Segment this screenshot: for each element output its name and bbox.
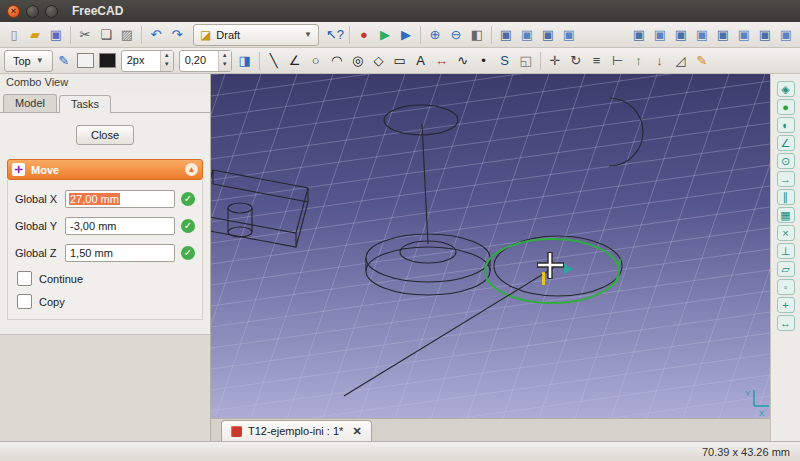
snap-midpoint-icon[interactable]: ◐ [777, 117, 795, 133]
std-view-rear-icon[interactable]: ▣ [734, 25, 754, 45]
undo-icon[interactable]: ↶ [146, 25, 166, 45]
checkbox-label: Continue [39, 273, 83, 285]
draft-trimex-icon[interactable]: ⊢ [608, 51, 628, 71]
redo-icon[interactable]: ↷ [167, 25, 187, 45]
zoom-fit-all-icon[interactable]: ⊕ [425, 25, 445, 45]
view-home-icon[interactable]: ▣ [629, 25, 649, 45]
macro-execute-icon[interactable]: ▶ [375, 25, 395, 45]
draw-style-icon[interactable]: ◧ [467, 25, 487, 45]
view-isometric-icon[interactable]: ▣ [496, 25, 516, 45]
snap-endpoint-icon[interactable]: ● [777, 99, 795, 115]
view-axonometric-icon[interactable]: ▣ [650, 25, 670, 45]
new-file-icon[interactable]: ▯ [4, 25, 24, 45]
apply-style-icon[interactable]: ◨ [235, 51, 255, 71]
snap-intersection-icon[interactable]: × [777, 225, 795, 241]
draft-point-icon[interactable]: • [474, 51, 494, 71]
zoom-selection-icon[interactable]: ⊖ [446, 25, 466, 45]
snap-lock-icon[interactable]: ◈ [777, 81, 795, 97]
view-front-icon[interactable]: ▣ [517, 25, 537, 45]
draft-edit-icon[interactable]: ✎ [692, 51, 712, 71]
draft-upgrade-icon[interactable]: ↑ [629, 51, 649, 71]
snap-perpendicular-icon[interactable]: ⊥ [777, 243, 795, 259]
checkbox-row: Copy [17, 294, 193, 309]
document-tab[interactable]: T12-ejemplo-ini : 1* ✕ [221, 420, 372, 441]
3d-viewport[interactable]: Y X [211, 74, 770, 418]
save-file-icon[interactable]: ▣ [46, 25, 66, 45]
draft-line-icon[interactable]: ╲ [264, 51, 284, 71]
snap-center-icon[interactable]: ⊙ [777, 153, 795, 169]
draft-ellipse-icon[interactable]: ◎ [348, 51, 368, 71]
whats-this-icon[interactable]: ↖? [325, 25, 345, 45]
paste-icon[interactable]: ▨ [117, 25, 137, 45]
draft-scale-icon[interactable]: ◿ [671, 51, 691, 71]
wireframe-plate[interactable] [211, 170, 308, 247]
std-view-bottom-icon[interactable]: ▣ [755, 25, 775, 45]
snap-grid-icon[interactable]: ▦ [777, 207, 795, 223]
document-tab-label: T12-ejemplo-ini : 1* [248, 425, 343, 437]
macro-debug-icon[interactable]: ▶ [396, 25, 416, 45]
line-width-select[interactable]: 2px ▲▼ [121, 50, 174, 72]
draft-offset-icon[interactable]: ≡ [587, 51, 607, 71]
draft-shapestring-icon[interactable]: S [495, 51, 515, 71]
working-plane-button[interactable]: Top ▼ [4, 50, 53, 72]
spin-arrows-icon[interactable]: ▲▼ [218, 51, 231, 71]
close-window-button[interactable]: × [7, 5, 20, 18]
draft-bspline-icon[interactable]: ∿ [453, 51, 473, 71]
snap-ortho-icon[interactable]: + [777, 297, 795, 313]
copy-icon[interactable]: ❏ [96, 25, 116, 45]
snap-dimensions-icon[interactable]: ↔ [777, 315, 795, 331]
view-right-icon[interactable]: ▣ [559, 25, 579, 45]
chevron-down-icon[interactable]: ▲▼ [160, 51, 173, 71]
snap-angle-icon[interactable]: ∠ [777, 135, 795, 151]
view-top-icon[interactable]: ▣ [538, 25, 558, 45]
draft-polyline-icon[interactable]: ∠ [285, 51, 305, 71]
draft-facebinder-icon[interactable]: ◱ [516, 51, 536, 71]
draft-arc-icon[interactable]: ◠ [327, 51, 347, 71]
snap-working-plane-icon[interactable]: ▱ [777, 261, 795, 277]
wireframe-small-cylinder[interactable] [228, 203, 252, 237]
draft-polygon-icon[interactable]: ◇ [369, 51, 389, 71]
freecad-doc-icon [231, 426, 242, 437]
draft-move-icon[interactable]: ✛ [545, 51, 565, 71]
snap-toolbar: ◈●◐∠⊙→∥▦×⊥▱◦+↔ [770, 74, 800, 441]
global-y-input[interactable]: -3,00 mm [65, 217, 175, 235]
continue-checkbox[interactable] [17, 271, 32, 286]
close-task-button[interactable]: Close [76, 125, 134, 145]
copy-checkbox[interactable] [17, 294, 32, 309]
tab-model[interactable]: Model [3, 94, 57, 112]
draft-dimension-icon[interactable]: ↔ [432, 51, 452, 71]
global-x-input[interactable]: 27,00 mm [65, 190, 175, 208]
minimize-window-button[interactable] [26, 5, 39, 18]
draft-circle-icon[interactable]: ○ [306, 51, 326, 71]
svg-text:X: X [759, 409, 765, 418]
workbench-selector[interactable]: ◪ Draft ▼ [193, 24, 319, 46]
main-toolbar: ▯▰▣✂❏▨↶↷ ◪ Draft ▼ ↖?●▶▶⊕⊖◧▣▣▣▣ ▣▣▣▣▣▣▣▣ [0, 22, 800, 48]
move-task-header[interactable]: ✛ Move ▲ [7, 159, 203, 180]
face-color-swatch[interactable] [99, 53, 116, 68]
cut-icon[interactable]: ✂ [75, 25, 95, 45]
snap-near-icon[interactable]: ◦ [777, 279, 795, 295]
field-row: Global Z1,50 mm✓ [15, 244, 195, 262]
open-file-icon[interactable]: ▰ [25, 25, 45, 45]
snap-extension-icon[interactable]: → [777, 171, 795, 187]
draft-text-icon[interactable]: A [411, 51, 431, 71]
draft-rectangle-icon[interactable]: ▭ [390, 51, 410, 71]
global-z-input[interactable]: 1,50 mm [65, 244, 175, 262]
std-view-right-icon[interactable]: ▣ [713, 25, 733, 45]
draft-downgrade-icon[interactable]: ↓ [650, 51, 670, 71]
tab-tasks[interactable]: Tasks [59, 95, 111, 113]
document-close-icon[interactable]: ✕ [352, 425, 361, 438]
line-color-swatch[interactable] [77, 53, 94, 68]
draft-rotate-icon[interactable]: ↻ [566, 51, 586, 71]
toggle-construction-icon[interactable]: ✎ [54, 51, 74, 71]
std-view-left-icon[interactable]: ▣ [776, 25, 796, 45]
field-row: Global X27,00 mm✓ [15, 190, 195, 208]
std-view-top-icon[interactable]: ▣ [692, 25, 712, 45]
maximize-window-button[interactable] [45, 5, 58, 18]
wireframe-arc[interactable] [609, 98, 643, 166]
scale-spinbox[interactable]: 0,20 ▲▼ [179, 50, 232, 72]
std-view-front-icon[interactable]: ▣ [671, 25, 691, 45]
macro-record-icon[interactable]: ● [354, 25, 374, 45]
collapse-section-icon[interactable]: ▲ [185, 163, 198, 176]
snap-parallel-icon[interactable]: ∥ [777, 189, 795, 205]
